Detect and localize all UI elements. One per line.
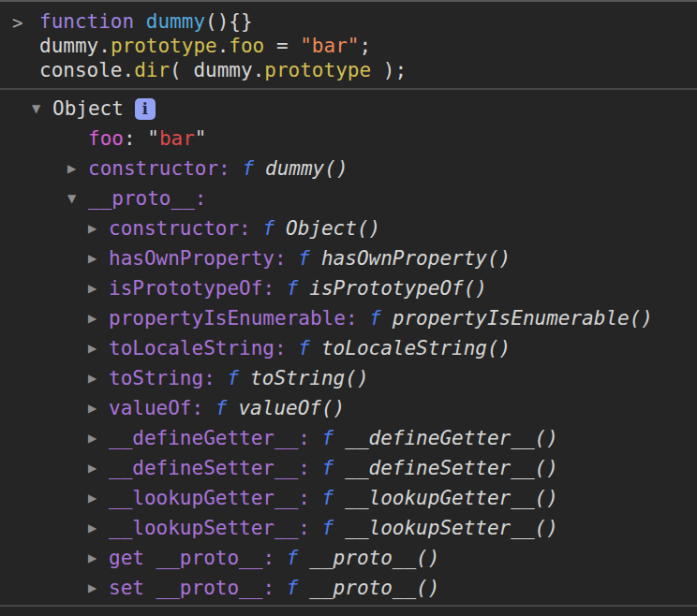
function-preview: __defineSetter__(): [345, 453, 558, 483]
collapse-triangle-icon[interactable]: ▼: [67, 183, 88, 213]
expand-triangle-icon[interactable]: ▶: [88, 423, 109, 453]
expand-triangle-icon[interactable]: ▶: [88, 243, 109, 273]
expand-triangle-icon[interactable]: ▶: [88, 483, 109, 513]
expand-triangle-icon[interactable]: ▶: [88, 303, 109, 333]
code-line: console.dir( dummy.prototype );: [0, 58, 697, 82]
property-name: foo: [88, 124, 124, 154]
colon: :: [195, 183, 218, 213]
code-token-keyword: function: [39, 10, 134, 33]
collapse-triangle-icon[interactable]: ▼: [32, 94, 52, 124]
expand-triangle-icon[interactable]: ▶: [88, 213, 109, 243]
tree-row[interactable]: ▶hasOwnProperty: fhasOwnProperty(): [0, 243, 697, 273]
console-input-echo: > function dummy(){}dummy.prototype.foo …: [0, 2, 697, 88]
property-name: isPrototypeOf: [109, 273, 262, 303]
object-info-icon[interactable]: i: [135, 98, 156, 120]
property-name: toLocaleString: [109, 333, 274, 363]
function-preview: isPrototypeOf(): [309, 273, 487, 303]
tree-row[interactable]: ▶get __proto__: f__proto__(): [0, 543, 697, 573]
tree-row[interactable]: ▶set __proto__: f__proto__(): [0, 573, 697, 603]
function-symbol: f: [287, 273, 299, 303]
expand-triangle-icon[interactable]: ▶: [88, 273, 109, 303]
function-symbol: f: [287, 573, 299, 603]
property-name: __lookupSetter__: [109, 513, 298, 543]
property-name: constructor: [88, 154, 218, 183]
colon: :: [262, 273, 286, 303]
code-token-fname: dummy: [146, 10, 205, 33]
tree-row[interactable]: ▶valueOf: fvalueOf(): [0, 393, 697, 423]
expand-triangle-icon[interactable]: ▶: [88, 393, 109, 423]
property-name: constructor: [109, 213, 239, 243]
string-value: bar: [159, 124, 195, 154]
tree-row[interactable]: ▼__proto__:: [0, 183, 697, 213]
function-symbol: f: [298, 243, 310, 273]
colon: :: [192, 393, 215, 423]
tree-row[interactable]: ▶toString: ftoString(): [0, 363, 697, 393]
expand-triangle-icon[interactable]: ▶: [88, 513, 109, 543]
code-token-plain: console: [39, 59, 123, 81]
function-symbol: f: [242, 154, 254, 183]
property-name: toString: [109, 363, 203, 393]
function-preview: toLocaleString(): [321, 333, 511, 363]
colon: :: [298, 513, 321, 543]
function-symbol: f: [322, 483, 334, 513]
function-preview: valueOf(): [238, 393, 345, 423]
tree-row[interactable]: ▶isPrototypeOf: fisPrototypeOf(): [0, 273, 697, 303]
tree-row[interactable]: ▶constructor: fdummy(): [0, 154, 697, 183]
colon: :: [274, 243, 298, 273]
string-quote: ": [195, 124, 207, 154]
tree-row: foo: "bar": [0, 124, 697, 154]
tree-row[interactable]: ▶__defineSetter__: f__defineSetter__(): [0, 453, 697, 483]
function-symbol: f: [322, 453, 334, 483]
function-preview: Object(): [286, 213, 380, 243]
tree-row[interactable]: ▶__defineGetter__: f__defineGetter__(): [0, 423, 697, 453]
colon: :: [346, 303, 369, 333]
function-preview: hasOwnProperty(): [321, 243, 511, 273]
expand-triangle-icon[interactable]: ▶: [88, 543, 109, 573]
expand-triangle-icon[interactable]: ▶: [88, 333, 109, 363]
expand-triangle-icon[interactable]: ▶: [67, 154, 88, 183]
function-preview: __lookupGetter__(): [345, 483, 558, 513]
colon: :: [298, 453, 321, 483]
function-symbol: f: [287, 543, 299, 573]
code-token-member: foo: [229, 35, 264, 57]
tree-row[interactable]: ▶__lookupGetter__: f__lookupGetter__(): [0, 483, 697, 513]
tree-row[interactable]: ▶propertyIsEnumerable: fpropertyIsEnumer…: [0, 303, 697, 333]
code-token-plain: dummy: [39, 35, 98, 57]
function-symbol: f: [322, 513, 334, 543]
console-output-tree: ▼Objectifoo: "bar"▶constructor: fdummy()…: [0, 90, 697, 603]
tree-row[interactable]: ▶toLocaleString: ftoLocaleString(): [0, 333, 697, 363]
property-name: get __proto__: [109, 543, 262, 573]
code-token-member: prototype: [111, 35, 217, 57]
code-token-plain: ): [371, 59, 394, 81]
function-symbol: f: [369, 303, 381, 333]
expand-triangle-icon[interactable]: ▶: [88, 573, 109, 603]
function-preview: __lookupSetter__(): [345, 513, 558, 543]
colon: :: [203, 363, 227, 393]
code-token-member: prototype: [264, 59, 371, 81]
property-name: set __proto__: [109, 573, 262, 603]
function-preview: propertyIsEnumerable(): [393, 303, 653, 333]
code-token-plain: .: [123, 59, 135, 81]
tree-row[interactable]: ▶__lookupSetter__: f__lookupSetter__(): [0, 513, 697, 543]
function-preview: toString(): [250, 363, 368, 393]
expand-triangle-icon[interactable]: ▶: [88, 453, 109, 483]
function-preview: dummy(): [265, 154, 348, 183]
tree-row[interactable]: ▼Objecti: [0, 94, 697, 124]
code-token-plain: (: [170, 59, 193, 81]
code-token-plain: ;: [394, 59, 407, 81]
colon: :: [274, 333, 298, 363]
code-token-plain: .: [217, 35, 230, 57]
function-symbol: f: [262, 213, 274, 243]
code-token-plain: .: [98, 35, 111, 57]
function-preview: __proto__(): [309, 543, 439, 573]
function-symbol: f: [215, 393, 228, 423]
function-symbol: f: [227, 363, 239, 393]
colon: :: [298, 483, 321, 513]
code-token-member: dir: [134, 59, 170, 81]
string-quote: ": [147, 124, 159, 154]
colon: :: [262, 543, 286, 573]
colon: :: [124, 124, 147, 154]
property-name: propertyIsEnumerable: [109, 303, 346, 333]
expand-triangle-icon[interactable]: ▶: [88, 363, 109, 393]
tree-row[interactable]: ▶constructor: fObject(): [0, 213, 697, 243]
